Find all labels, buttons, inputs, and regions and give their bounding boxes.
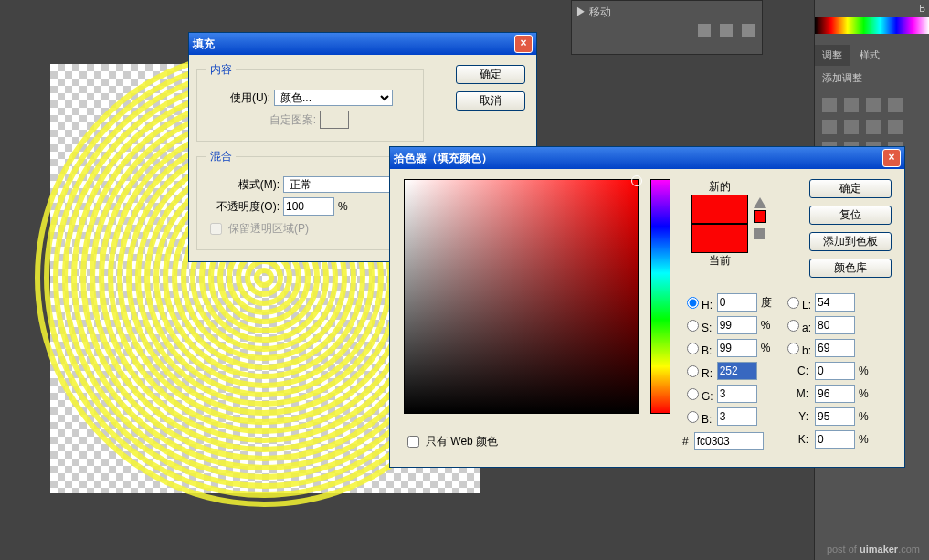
g-input[interactable] [717,385,757,403]
preserve-label: 保留透明区域(P) [228,221,309,237]
hex-input[interactable] [694,432,764,450]
a-radio[interactable] [787,320,799,332]
bw-icon[interactable] [866,120,881,134]
opacity-label: 不透明度(O): [206,199,280,215]
hash-label: # [682,435,689,448]
hsb-rgb-fields: H:度 S:% B:% R: G: B: [682,293,772,426]
tab-styles[interactable]: 样式 [852,45,887,66]
k-input[interactable] [815,430,855,449]
camera-icon[interactable] [720,24,733,37]
hex-row: # [682,432,764,450]
use-label: 使用(U): [206,90,270,106]
trash-icon[interactable] [742,24,755,37]
color-picker-dialog: 拾色器（填充颜色） × 新的 当前 确定 复位 添加到色板 颜色库 H:度 S:… [389,146,905,468]
move-tool-label: 移动 [589,5,611,18]
lab-cmyk-fields: L: a: b: C:% M:% Y:% K:% [783,293,869,449]
close-icon[interactable]: × [882,149,901,167]
bv-input[interactable] [717,339,757,357]
h-radio[interactable] [687,297,699,309]
l-input[interactable] [815,293,855,312]
levels-icon[interactable] [844,98,859,112]
add-adjustment-label: 添加调整 [815,66,929,90]
picker-ok-button[interactable]: 确定 [809,179,892,198]
pattern-label: 自定图案: [206,112,316,128]
lab-b-input[interactable] [815,339,855,357]
content-fieldset: 内容 使用(U): 颜色... 自定图案: [196,62,424,142]
fill-title: 填充 [193,37,514,52]
warning-icon[interactable] [754,197,766,208]
s-radio[interactable] [687,320,699,332]
watermark: post of uimaker.com [827,544,920,555]
web-only-label: 只有 Web 颜色 [426,434,498,449]
letter-b-label: B [815,0,929,17]
warning-swatch[interactable] [754,210,766,223]
photo-filter-icon[interactable] [888,120,903,134]
web-only-row: 只有 Web 颜色 [404,433,498,450]
use-select[interactable]: 颜色... [274,90,393,106]
hue-slider[interactable] [650,179,670,414]
bv-radio[interactable] [687,343,699,354]
s-input[interactable] [717,316,757,334]
color-preview: 新的 当前 [691,179,748,269]
color-cursor[interactable] [631,175,642,186]
vibrance-icon[interactable] [822,120,837,134]
fill-titlebar[interactable]: 填充 × [189,33,536,55]
tab-adjustments[interactable]: 调整 [815,45,850,66]
color-lib-button[interactable]: 颜色库 [809,259,892,278]
r-input[interactable] [717,362,757,380]
cube-icon[interactable] [754,228,765,239]
g-radio[interactable] [687,388,699,400]
r-radio[interactable] [687,365,699,377]
y-input[interactable] [815,407,855,426]
add-swatch-button[interactable]: 添加到色板 [809,232,892,251]
exposure-icon[interactable] [888,98,903,112]
color-field[interactable] [404,179,639,414]
h-input[interactable] [717,293,757,312]
hue-icon[interactable] [844,120,859,134]
bc-input[interactable] [717,407,757,426]
options-bar: ▶ 移动 [571,0,763,55]
web-only-checkbox[interactable] [407,436,419,448]
current-label: 当前 [691,253,748,269]
new-color-box [691,195,748,224]
curves-icon[interactable] [866,98,881,112]
blend-legend: 混合 [206,149,236,164]
brightness-icon[interactable] [822,98,837,112]
l-radio[interactable] [787,297,799,309]
pattern-swatch [320,111,349,129]
close-icon[interactable]: × [514,35,533,53]
color-spectrum[interactable] [815,17,929,34]
lab-b-radio[interactable] [787,343,799,354]
mode-select[interactable]: 正常 [283,176,402,193]
ok-button[interactable]: 确定 [456,65,525,84]
preserve-checkbox [210,223,222,235]
opacity-input[interactable] [283,197,334,216]
m-input[interactable] [815,385,855,403]
content-legend: 内容 [206,62,236,78]
cancel-button[interactable]: 取消 [456,91,525,111]
mode-label: 模式(M): [206,177,280,193]
picker-titlebar[interactable]: 拾色器（填充颜色） × [390,147,904,169]
new-label: 新的 [691,179,748,195]
a-input[interactable] [815,316,855,334]
bc-radio[interactable] [687,411,699,423]
opacity-unit: % [338,200,348,213]
c-input[interactable] [815,362,855,380]
triangle-icon: ▶ [575,5,586,18]
picker-reset-button[interactable]: 复位 [809,206,892,225]
current-color-box[interactable] [691,224,748,253]
picker-title: 拾色器（填充颜色） [394,151,882,166]
align-icon[interactable] [698,24,711,37]
